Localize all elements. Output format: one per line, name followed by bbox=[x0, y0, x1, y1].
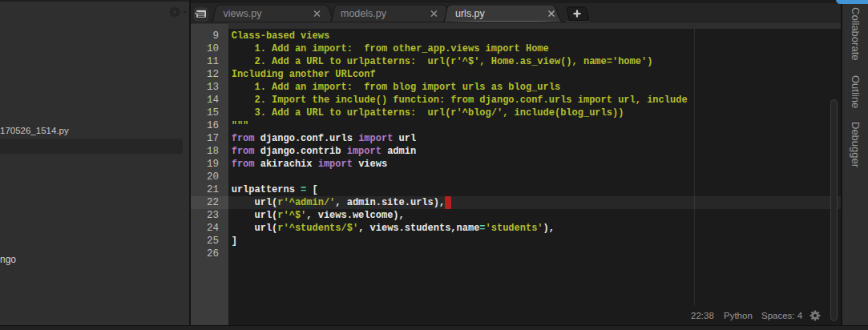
svg-text:views.py: views.py bbox=[224, 8, 263, 19]
svg-text:models.py: models.py bbox=[341, 8, 387, 19]
svg-text:urls.py: urls.py bbox=[455, 8, 486, 19]
